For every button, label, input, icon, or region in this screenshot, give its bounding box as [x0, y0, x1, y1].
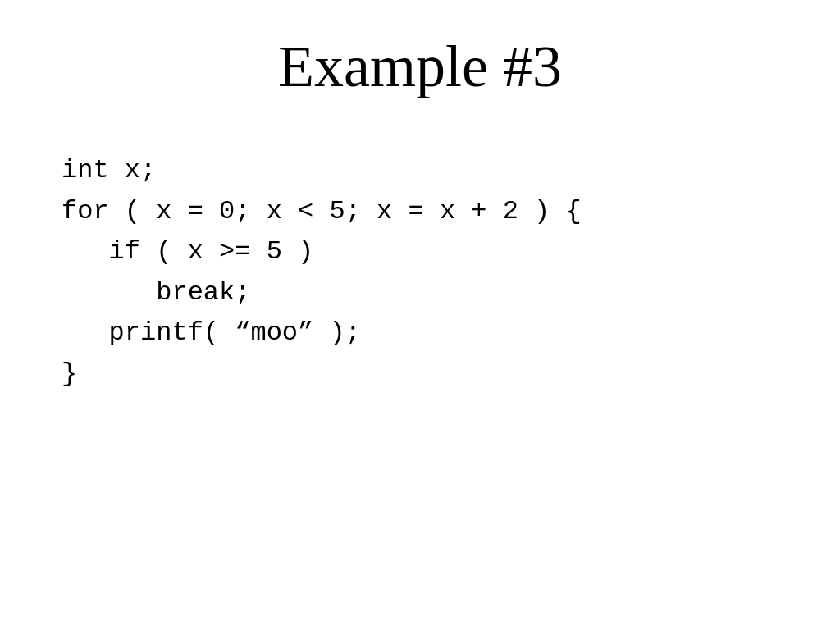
code-line-4: break; — [62, 272, 582, 313]
code-line-1: int x; — [62, 150, 582, 191]
code-line-6: } — [62, 354, 582, 395]
code-line-2: for ( x = 0; x < 5; x = x + 2 ) { — [62, 191, 582, 232]
code-block: int x; for ( x = 0; x < 5; x = x + 2 ) {… — [62, 150, 582, 395]
code-line-5: printf( “moo” ); — [62, 313, 582, 354]
page-title: Example #3 — [278, 33, 562, 101]
page-container: Example #3 int x; for ( x = 0; x < 5; x … — [0, 0, 840, 630]
code-line-3: if ( x >= 5 ) — [62, 231, 582, 272]
